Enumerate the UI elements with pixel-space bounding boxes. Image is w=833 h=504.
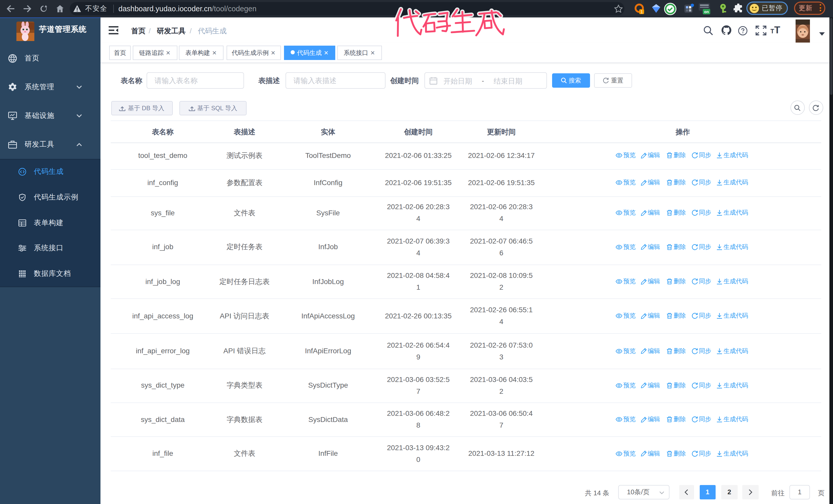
svg-text:1: 1 (641, 10, 643, 14)
svg-text:on: on (704, 9, 709, 14)
